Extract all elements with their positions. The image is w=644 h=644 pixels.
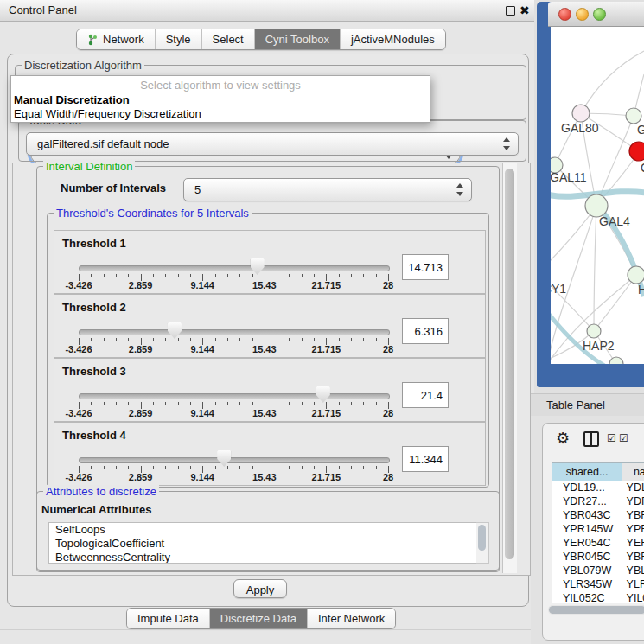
slider-thumb[interactable] [168, 322, 182, 339]
network-node[interactable] [587, 324, 601, 338]
table-data-group: Table Data galFiltered.sif default node [18, 120, 526, 162]
scale-label: 28 [383, 472, 393, 482]
slider-scale-labels: -3.4262.8599.14415.4321.71528 [79, 344, 388, 354]
tab-label: jActiveMNodules [351, 33, 435, 46]
control-panel-title: Control Panel [9, 0, 77, 21]
table-row[interactable]: YER054CYER0 [552, 537, 644, 551]
column-header-name[interactable]: name [622, 462, 644, 481]
threshold-value-field[interactable]: 11.344 [402, 446, 449, 472]
network-node[interactable] [609, 357, 623, 364]
tab-impute-data[interactable]: Impute Data [127, 609, 210, 628]
scale-label: -3.426 [65, 472, 92, 482]
network-node-label: GAL11 [551, 170, 587, 184]
num-intervals-combobox[interactable]: 5 [183, 178, 472, 201]
columns-icon[interactable] [583, 431, 599, 447]
gear-icon[interactable]: ⚙ [556, 429, 570, 448]
horizontal-scrollbar[interactable] [548, 605, 644, 615]
tab-label: Network [103, 33, 144, 46]
slider-track[interactable] [79, 393, 390, 399]
tab-cyni-toolbox[interactable]: Cyni Toolbox [255, 29, 341, 49]
float-window-icon[interactable] [506, 6, 515, 16]
cell-name: YDL1 [623, 481, 644, 495]
scale-label: 15.43 [252, 472, 277, 482]
threshold-row: Threshold 4-3.4262.8599.14415.4321.71528… [54, 422, 486, 486]
zoom-traffic-light-icon[interactable] [593, 8, 606, 21]
apply-button[interactable]: Apply [233, 579, 287, 598]
table-data-value: galFiltered.sif default node [37, 133, 169, 155]
table-row[interactable]: YDR27...YDR2 [552, 495, 644, 509]
network-node[interactable] [572, 105, 590, 122]
dropdown-option-manual[interactable]: Manual Discretization [14, 93, 130, 106]
table-row[interactable]: YDL19...YDL1 [552, 481, 644, 495]
combo-stepper-icon [502, 137, 510, 151]
table-rows: YDL19...YDL1YDR27...YDR2YBR043CYBR0YPR14… [552, 481, 644, 603]
table-row[interactable]: YBL079WYBL0 [552, 564, 644, 578]
close-traffic-light-icon[interactable] [558, 8, 571, 21]
network-node[interactable] [629, 142, 644, 161]
tab-discretize-data[interactable]: Discretize Data [210, 609, 308, 628]
scale-label: 9.144 [190, 408, 214, 418]
column-header-shared-name[interactable]: shared... [552, 462, 622, 481]
vertical-scrollbar[interactable] [502, 163, 517, 573]
network-icon [87, 34, 99, 46]
tab-style[interactable]: Style [156, 29, 202, 49]
threshold-value-field[interactable]: 21.4 [402, 382, 449, 408]
network-node-label: GAL4 [599, 214, 630, 228]
cell-shared-name: YDR27... [552, 495, 623, 509]
num-intervals-label: Number of Intervals [61, 182, 166, 194]
cell-shared-name: YPR145W [552, 523, 623, 537]
scale-label: 28 [383, 280, 393, 290]
scale-label: -3.426 [65, 344, 92, 354]
table-row[interactable]: YBR043CYBR0 [552, 509, 644, 523]
scale-label: 21.715 [312, 280, 341, 290]
algorithm-dropdown-popup: Select algorithm to view settings Manual… [10, 75, 430, 123]
slider-track[interactable] [79, 457, 390, 463]
network-node[interactable] [628, 266, 644, 284]
control-panel-titlebar: Control Panel ✖ [0, 0, 534, 22]
cell-shared-name: YBL079W [552, 564, 623, 578]
checkbox-icon[interactable]: ☑ [607, 432, 616, 444]
app-root: Control Panel ✖ NetworkStyleSelectCyni T… [0, 0, 644, 644]
tab-jactivemnodules[interactable]: jActiveMNodules [341, 29, 445, 49]
slider-thumb[interactable] [217, 450, 231, 467]
minimize-traffic-light-icon[interactable] [576, 8, 589, 21]
attribute-list-scrollbar[interactable] [476, 522, 489, 564]
checkbox-icon[interactable]: ☑ [619, 432, 628, 444]
threshold-value-field[interactable]: 14.713 [402, 254, 449, 280]
attribute-list-item[interactable]: TopologicalCoefficient [49, 537, 476, 551]
dropdown-option-equal-width[interactable]: Equal Width/Frequency Discretization [14, 107, 201, 120]
table-row[interactable]: YPR145WYPR1 [552, 523, 644, 537]
slider-thumb[interactable] [316, 386, 330, 403]
close-icon[interactable]: ✖ [520, 3, 530, 17]
tab-infer-network[interactable]: Infer Network [308, 609, 395, 628]
scrollbar-thumb[interactable] [505, 169, 514, 559]
cell-name: YPR1 [623, 523, 644, 537]
scrollbar-thumb[interactable] [478, 525, 486, 551]
network-node[interactable] [626, 108, 641, 124]
scale-label: -3.426 [65, 280, 92, 290]
tab-select[interactable]: Select [202, 29, 255, 49]
network-canvas[interactable]: GAL80GACGAL11GAL4GCY1HHAP2 [551, 27, 644, 364]
scale-label: -3.426 [65, 408, 92, 418]
table-row[interactable]: YLR345WYLR3 [552, 578, 644, 592]
slider-track[interactable] [79, 265, 390, 271]
threshold-label: Threshold 3 [62, 365, 126, 378]
threshold-row: Threshold 2-3.4262.8599.14415.4321.71528… [54, 294, 486, 358]
network-node-label: GAL80 [561, 121, 599, 135]
scale-label: 15.43 [252, 408, 277, 418]
table-data-combobox[interactable]: galFiltered.sif default node [26, 132, 519, 156]
attribute-list-item[interactable]: BetweennessCentrality [49, 551, 476, 564]
table-row[interactable]: YIL052CYIL0 [552, 592, 644, 603]
thresholds-group-title: Threshold's Coordinates for 5 Intervals [54, 207, 252, 220]
attribute-list-item[interactable]: SelfLoops [49, 523, 476, 537]
table-row[interactable]: YBR045CYBR0 [552, 551, 644, 564]
scrollbar-thumb[interactable] [549, 606, 644, 614]
slider-thumb[interactable] [251, 258, 265, 275]
slider-track[interactable] [79, 329, 390, 335]
scale-label: 2.859 [129, 408, 153, 418]
tab-label: Select [213, 33, 244, 46]
tab-label: Impute Data [137, 612, 199, 625]
tab-network[interactable]: Network [77, 29, 156, 49]
attribute-list[interactable]: SelfLoopsTopologicalCoefficientBetweenne… [48, 522, 477, 564]
threshold-value-field[interactable]: 6.316 [402, 318, 449, 344]
